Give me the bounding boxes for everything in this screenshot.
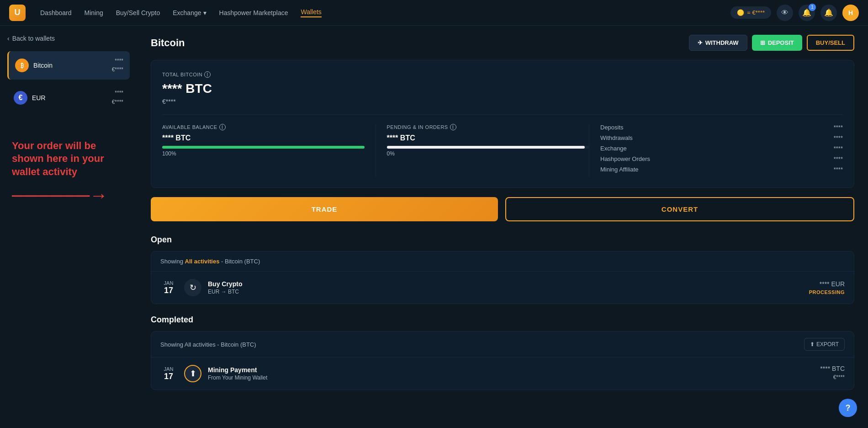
buy-crypto-amount: **** EUR PROCESSING: [809, 280, 845, 295]
page-title: Bitcoin: [151, 37, 185, 49]
wallet-item-eur[interactable]: € EUR **** €****: [7, 83, 130, 112]
open-activity-row-0[interactable]: JAN 17 ↻ Buy Crypto EUR → BTC **** EUR P…: [151, 272, 854, 304]
stat-deposits: Deposits ****: [600, 124, 843, 131]
available-percentage: 100%: [162, 150, 365, 157]
eur-icon: €: [14, 91, 27, 105]
chevron-left-icon: ‹: [7, 35, 10, 42]
buysell-button[interactable]: BUY/SELL: [807, 35, 854, 51]
convert-button[interactable]: CONVERT: [505, 197, 854, 221]
available-progress-fill: [162, 146, 365, 149]
mining-payment-date: JAN 17: [160, 366, 177, 381]
sidebar: ‹ Back to wallets ₿ Bitcoin **** €**** €…: [0, 26, 137, 428]
buy-crypto-icon: ↻: [184, 279, 201, 296]
balance-breakdown: AVAILABLE BALANCE i **** BTC 100% PENDIN…: [162, 114, 843, 177]
bell-button[interactable]: 🔔: [820, 5, 837, 21]
eye-slash-button[interactable]: 👁: [777, 5, 793, 21]
total-amount: **** BTC: [162, 81, 843, 96]
eur-wallet-values: **** €****: [112, 89, 123, 106]
main-content: ‹ Back to wallets ₿ Bitcoin **** €**** €…: [0, 26, 868, 428]
activity-date-jan17: JAN 17: [160, 280, 177, 295]
available-progress-bar: [162, 146, 365, 149]
total-label: TOTAL BITCOIN i: [162, 71, 843, 78]
wallet-icon: 🟡: [737, 9, 744, 16]
stat-withdrawals: Withdrawals ****: [600, 134, 843, 141]
open-filter-highlight: All activities: [185, 258, 220, 265]
mining-payment-icon: ⬆: [184, 365, 201, 382]
back-to-wallets-link[interactable]: ‹ Back to wallets: [7, 35, 130, 42]
eye-slash-icon: 👁: [781, 9, 789, 17]
nav-hashpower[interactable]: Hashpower Marketplace: [219, 9, 288, 16]
available-amount: **** BTC: [162, 134, 365, 142]
nav-wallets[interactable]: Wallets: [301, 8, 321, 17]
stat-exchange: Exchange ****: [600, 145, 843, 152]
export-button[interactable]: ⬆ EXPORT: [804, 338, 845, 351]
page-header: Bitcoin ✈ WITHDRAW ⊞ DEPOSIT BUY/SELL: [151, 35, 854, 51]
stat-mining-affiliate: Mining Affiliate ****: [600, 166, 843, 173]
stats-section: Deposits **** Withdrawals **** Exchange …: [589, 124, 843, 177]
pending-progress-fill: [387, 146, 585, 149]
nav-dashboard[interactable]: Dashboard: [40, 9, 72, 16]
total-fiat: €****: [162, 98, 843, 105]
navbar: U Dashboard Mining Buy/Sell Crypto Excha…: [0, 0, 868, 26]
send-icon: ✈: [698, 39, 703, 46]
balance-card: TOTAL BITCOIN i **** BTC €**** AVAILABLE…: [151, 60, 854, 188]
deposit-icon: ⊞: [760, 39, 765, 46]
nav-buysell[interactable]: Buy/Sell Crypto: [116, 9, 160, 16]
available-info-icon[interactable]: i: [219, 124, 226, 130]
processing-status: PROCESSING: [809, 289, 845, 295]
pending-percentage: 0%: [387, 150, 589, 157]
open-section-title: Open: [151, 235, 854, 245]
btc-icon: ₿: [15, 59, 29, 72]
completed-activity-card: Showing All activities - Bitcoin (BTC) ⬆…: [151, 331, 854, 390]
action-buttons: TRADE CONVERT: [151, 197, 854, 221]
help-button[interactable]: ?: [839, 399, 857, 417]
annotation-arrow: ──────→: [12, 186, 125, 204]
wallet-item-bitcoin[interactable]: ₿ Bitcoin **** €****: [7, 51, 130, 80]
mining-payment-amount: **** BTC €****: [820, 365, 845, 382]
logo[interactable]: U: [9, 5, 26, 21]
total-info-icon[interactable]: i: [204, 71, 211, 78]
stat-hashpower-orders: Hashpower Orders ****: [600, 155, 843, 162]
annotation: Your order will be shown here in your wa…: [7, 130, 130, 214]
chevron-down-icon: ▾: [203, 9, 206, 16]
completed-filter-row: Showing All activities - Bitcoin (BTC): [160, 341, 256, 348]
annotation-text: Your order will be shown here in your wa…: [12, 139, 125, 179]
notification-button[interactable]: 🔔 1: [799, 5, 815, 21]
deposit-button[interactable]: ⊞ DEPOSIT: [752, 35, 802, 51]
withdraw-button[interactable]: ✈ WITHDRAW: [689, 35, 747, 51]
completed-filter-highlight: All activities: [185, 341, 216, 348]
bell-icon: 🔔: [824, 8, 833, 17]
eur-wallet-name: EUR: [32, 94, 46, 102]
open-activity-card: Showing All activities - Bitcoin (BTC) J…: [151, 251, 854, 304]
mining-payment-info: Mining Payment From Your Mining Wallet: [208, 366, 820, 381]
export-icon: ⬆: [810, 341, 815, 348]
trade-button[interactable]: TRADE: [151, 197, 498, 221]
available-balance-section: AVAILABLE BALANCE i **** BTC 100%: [162, 124, 376, 177]
navbar-links: Dashboard Mining Buy/Sell Crypto Exchang…: [40, 8, 716, 17]
navbar-right: 🟡 = €**** 👁 🔔 1 🔔 H: [730, 5, 859, 21]
bitcoin-wallet-name: Bitcoin: [33, 62, 53, 69]
completed-card-header: Showing All activities - Bitcoin (BTC) ⬆…: [151, 332, 854, 358]
buy-crypto-info: Buy Crypto EUR → BTC: [208, 280, 809, 295]
open-filter-row: Showing All activities - Bitcoin (BTC): [151, 251, 854, 272]
nav-exchange[interactable]: Exchange ▾: [173, 9, 206, 16]
bitcoin-wallet-values: **** €****: [112, 57, 123, 74]
balance-button[interactable]: 🟡 = €****: [730, 6, 771, 19]
completed-section-title: Completed: [151, 315, 854, 325]
pending-progress-bar: [387, 146, 589, 149]
pending-info-icon[interactable]: i: [450, 124, 456, 130]
pending-amount: **** BTC: [387, 134, 589, 142]
pending-balance-section: PENDING & IN ORDERS i **** BTC 0%: [376, 124, 589, 177]
content-area: Bitcoin ✈ WITHDRAW ⊞ DEPOSIT BUY/SELL TO…: [137, 26, 868, 428]
completed-activity-row-0[interactable]: JAN 17 ⬆ Mining Payment From Your Mining…: [151, 358, 854, 390]
header-buttons: ✈ WITHDRAW ⊞ DEPOSIT BUY/SELL: [689, 35, 854, 51]
notification-badge: 1: [809, 4, 816, 11]
nav-mining[interactable]: Mining: [85, 9, 103, 16]
avatar[interactable]: H: [842, 5, 859, 21]
